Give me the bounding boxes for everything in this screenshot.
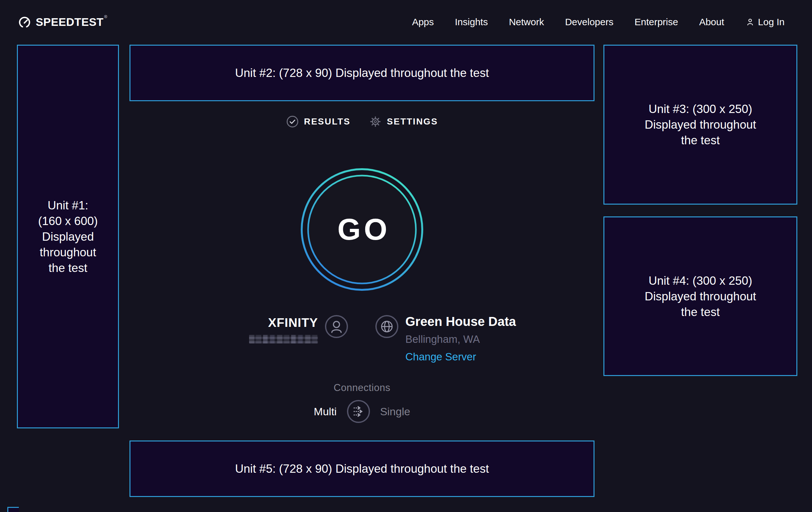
isp-details-redacted [249,335,318,344]
speedtest-page: SPEEDTEST® Apps Insights Network Develop… [0,0,812,512]
nav-item-network[interactable]: Network [509,17,544,27]
settings-tab-label: SETTINGS [387,116,438,127]
results-tab-label: RESULTS [304,116,350,127]
ad-text-line: Displayed throughout [644,289,756,304]
server-location: Bellingham, WA [405,333,480,345]
nav-item-insights[interactable]: Insights [455,17,488,27]
user-icon [745,17,755,27]
connections-toggle-icon[interactable] [346,399,371,424]
nav-item-about[interactable]: About [699,17,724,27]
ad-text-line: the test [681,304,720,320]
login-button[interactable]: Log In [745,17,785,27]
go-button-label: GO [300,167,424,292]
ad-unit-6-partial [7,507,19,512]
ad-unit-2[interactable]: Unit #2: (728 x 90) Displayed throughout… [129,45,594,101]
server-info: Green House Data Bellingham, WA Change S… [405,315,516,363]
connections-multi-label[interactable]: Multi [314,405,337,418]
ad-text-line: (160 x 600) [38,213,97,229]
ad-text-line: Unit #1: [48,197,88,213]
user-avatar-icon[interactable] [324,315,349,339]
ad-unit-3[interactable]: Unit #3: (300 x 250) Displayed throughou… [603,45,797,205]
tab-settings[interactable]: SETTINGS [369,115,438,128]
tab-results[interactable]: RESULTS [286,115,350,128]
isp-server-row: XFINITY Green House Data Bellingham, WA … [219,315,505,369]
ad-unit-1[interactable]: Unit #1: (160 x 600) Displayed throughou… [17,45,119,428]
ad-text-line: the test [49,260,87,276]
connections-single-label[interactable]: Single [380,405,410,418]
ad-text-line: Displayed throughout [644,117,756,132]
check-circle-icon [286,115,299,128]
gear-icon [369,115,382,128]
ad-text-line: Unit #3: (300 x 250) [649,101,752,117]
ad-text-line: the test [681,132,720,148]
ad-text-line: Displayed [42,229,94,244]
go-button[interactable]: GO [300,167,424,292]
ad-text: Unit #5: (728 x 90) Displayed throughout… [235,461,489,477]
connections-label: Connections [334,382,390,394]
nav-item-apps[interactable]: Apps [412,17,434,27]
test-panel: RESULTS SETTINGS [129,101,594,424]
nav-item-developers[interactable]: Developers [565,17,614,27]
ad-text-line: throughout [40,244,96,260]
connections-toggle-row: Multi Single [314,399,410,424]
main-nav: Apps Insights Network Developers Enterpr… [412,17,785,27]
tabs-row: RESULTS SETTINGS [286,115,438,128]
login-label: Log In [758,17,785,27]
nav-item-enterprise[interactable]: Enterprise [634,17,678,27]
trademark-symbol: ® [104,15,108,19]
change-server-link[interactable]: Change Server [405,351,476,363]
ad-unit-4[interactable]: Unit #4: (300 x 250) Displayed throughou… [603,216,797,376]
globe-icon[interactable] [375,315,399,339]
ad-text-line: Unit #4: (300 x 250) [649,273,752,289]
isp-name: XFINITY [268,316,318,330]
top-nav: SPEEDTEST® Apps Insights Network Develop… [0,0,812,44]
speedometer-gauge-icon [18,16,31,29]
logo-wordmark: SPEEDTEST® [36,15,107,29]
ad-unit-5[interactable]: Unit #5: (728 x 90) Displayed throughout… [129,440,594,497]
ad-text: Unit #2: (728 x 90) Displayed throughout… [235,65,489,81]
server-name: Green House Data [405,315,516,329]
speedtest-logo[interactable]: SPEEDTEST® [18,15,107,29]
